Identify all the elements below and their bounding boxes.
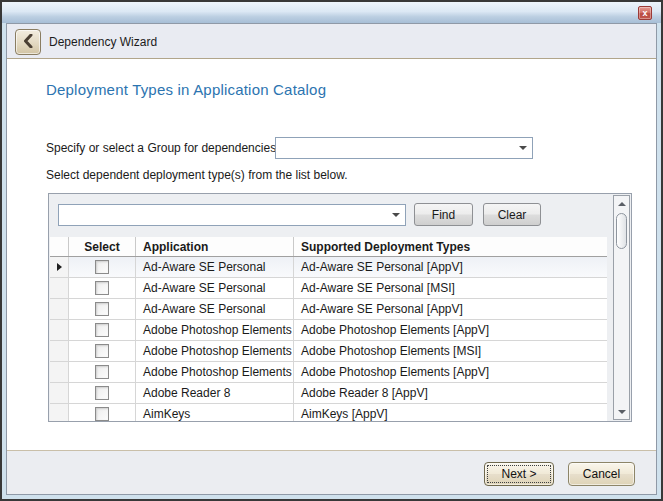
group-combobox-input[interactable] bbox=[279, 139, 512, 157]
table-row[interactable]: Adobe Photoshop Elements Adobe Photoshop… bbox=[50, 362, 607, 383]
column-header-select[interactable]: Select bbox=[69, 237, 136, 256]
group-label: Specify or select a Group for dependenci… bbox=[46, 137, 276, 159]
row-checkbox[interactable] bbox=[95, 302, 109, 316]
column-header-application[interactable]: Application bbox=[136, 237, 294, 256]
row-application: Adobe Photoshop Elements bbox=[136, 362, 294, 382]
table-row[interactable]: Ad-Aware SE Personal Ad-Aware SE Persona… bbox=[50, 257, 607, 278]
row-select-cell bbox=[69, 299, 136, 319]
clear-button[interactable]: Clear bbox=[483, 203, 541, 226]
current-row-indicator-icon bbox=[57, 263, 62, 271]
row-header-cell[interactable] bbox=[50, 341, 69, 361]
row-header-cell[interactable] bbox=[50, 362, 69, 382]
row-header-cell[interactable] bbox=[50, 383, 69, 403]
table-body: Ad-Aware SE Personal Ad-Aware SE Persona… bbox=[50, 257, 607, 421]
chevron-left-icon bbox=[23, 34, 33, 51]
row-deployment-type: Ad-Aware SE Personal [AppV] bbox=[294, 299, 607, 319]
search-combobox[interactable] bbox=[58, 204, 406, 226]
chevron-down-icon bbox=[519, 146, 527, 150]
table-row[interactable]: Ad-Aware SE Personal Ad-Aware SE Persona… bbox=[50, 299, 607, 320]
search-combobox-dropdown-button[interactable] bbox=[387, 205, 405, 225]
table-row[interactable]: AimKeys AimKeys [AppV] bbox=[50, 404, 607, 421]
row-select-cell bbox=[69, 341, 136, 361]
row-checkbox[interactable] bbox=[95, 323, 109, 337]
row-deployment-type: Adobe Photoshop Elements [MSI] bbox=[294, 341, 607, 361]
back-button[interactable] bbox=[15, 29, 41, 55]
dependency-wizard-window: x Dependency Wizard Deployment Types in … bbox=[0, 0, 663, 501]
row-application: Adobe Photoshop Elements bbox=[136, 341, 294, 361]
row-select-cell bbox=[69, 257, 136, 277]
vertical-scrollbar[interactable] bbox=[613, 195, 630, 420]
row-checkbox[interactable] bbox=[95, 386, 109, 400]
row-deployment-type: Ad-Aware SE Personal [MSI] bbox=[294, 278, 607, 298]
row-checkbox[interactable] bbox=[95, 260, 109, 274]
row-checkbox[interactable] bbox=[95, 344, 109, 358]
deployment-types-panel: Find Clear Select Application Supported … bbox=[48, 193, 632, 422]
list-instruction-label: Select dependent deployment type(s) from… bbox=[46, 168, 348, 182]
row-header-cell[interactable] bbox=[50, 404, 69, 421]
row-select-cell bbox=[69, 404, 136, 421]
close-icon: x bbox=[642, 8, 647, 18]
row-select-cell bbox=[69, 362, 136, 382]
wizard-page: Dependency Wizard Deployment Types in Ap… bbox=[6, 23, 657, 495]
group-combobox-dropdown-button[interactable] bbox=[514, 138, 532, 158]
row-deployment-type: AimKeys [AppV] bbox=[294, 404, 607, 421]
row-header-cell[interactable] bbox=[50, 299, 69, 319]
wizard-footer: Next > Cancel bbox=[7, 450, 656, 494]
row-application: AimKeys bbox=[136, 404, 294, 421]
row-deployment-type: Adobe Reader 8 [AppV] bbox=[294, 383, 607, 403]
deployment-types-grid: Select Application Supported Deployment … bbox=[50, 237, 607, 421]
row-deployment-type: Adobe Photoshop Elements [AppV] bbox=[294, 320, 607, 340]
find-button[interactable]: Find bbox=[414, 203, 473, 226]
arrow-up-icon bbox=[618, 202, 626, 206]
row-header-cell[interactable] bbox=[50, 278, 69, 298]
table-row[interactable]: Adobe Reader 8 Adobe Reader 8 [AppV] bbox=[50, 383, 607, 404]
row-application: Ad-Aware SE Personal bbox=[136, 257, 294, 277]
grid-corner-cell bbox=[50, 237, 69, 256]
search-combobox-input[interactable] bbox=[62, 206, 385, 224]
wizard-header: Dependency Wizard bbox=[7, 24, 656, 59]
grid-header-row: Select Application Supported Deployment … bbox=[50, 237, 607, 257]
row-header-cell[interactable] bbox=[50, 257, 69, 277]
row-application: Adobe Photoshop Elements bbox=[136, 320, 294, 340]
row-application: Ad-Aware SE Personal bbox=[136, 278, 294, 298]
page-title: Deployment Types in Application Catalog bbox=[46, 81, 326, 98]
row-select-cell bbox=[69, 278, 136, 298]
table-row[interactable]: Adobe Photoshop Elements Adobe Photoshop… bbox=[50, 320, 607, 341]
row-select-cell bbox=[69, 320, 136, 340]
wizard-title: Dependency Wizard bbox=[49, 24, 157, 59]
scrollbar-thumb[interactable] bbox=[616, 213, 627, 249]
row-select-cell bbox=[69, 383, 136, 403]
scroll-up-button[interactable] bbox=[614, 196, 629, 211]
group-row: Specify or select a Group for dependenci… bbox=[46, 137, 632, 159]
scroll-down-button[interactable] bbox=[614, 404, 629, 419]
close-button[interactable]: x bbox=[638, 6, 652, 20]
next-button[interactable]: Next > bbox=[484, 462, 554, 486]
cancel-button[interactable]: Cancel bbox=[568, 462, 635, 486]
row-deployment-type: Ad-Aware SE Personal [AppV] bbox=[294, 257, 607, 277]
row-checkbox[interactable] bbox=[95, 281, 109, 295]
table-row[interactable]: Adobe Photoshop Elements Adobe Photoshop… bbox=[50, 341, 607, 362]
row-application: Ad-Aware SE Personal bbox=[136, 299, 294, 319]
group-combobox[interactable] bbox=[275, 137, 533, 159]
row-application: Adobe Reader 8 bbox=[136, 383, 294, 403]
row-header-cell[interactable] bbox=[50, 320, 69, 340]
row-checkbox[interactable] bbox=[95, 365, 109, 379]
row-checkbox[interactable] bbox=[95, 407, 109, 421]
chevron-down-icon bbox=[392, 213, 400, 217]
arrow-down-icon bbox=[618, 410, 626, 414]
titlebar: x bbox=[2, 2, 661, 23]
row-deployment-type: Adobe Photoshop Elements [AppV] bbox=[294, 362, 607, 382]
column-header-deployment-types[interactable]: Supported Deployment Types bbox=[294, 237, 607, 256]
table-row[interactable]: Ad-Aware SE Personal Ad-Aware SE Persona… bbox=[50, 278, 607, 299]
